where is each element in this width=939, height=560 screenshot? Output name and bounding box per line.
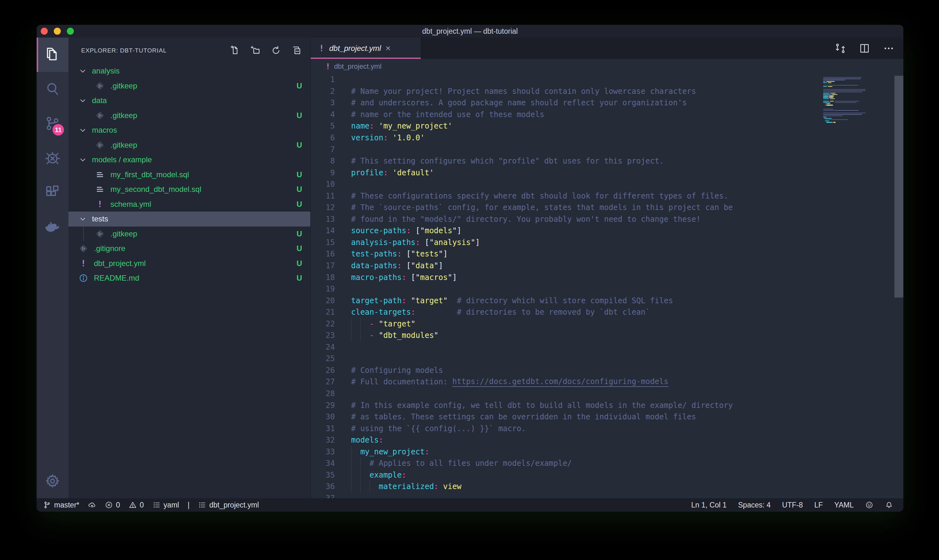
code-line-3: 3# and underscores. A good package name … (311, 97, 821, 109)
status-notifications[interactable] (885, 501, 893, 509)
minimap-line (823, 101, 829, 102)
code-line-19: 19 (311, 283, 821, 295)
minimize-window-button[interactable] (54, 28, 61, 35)
split-editor-button[interactable] (859, 43, 870, 54)
line-number: 21 (311, 308, 335, 317)
tree-item-dbt-project-yml[interactable]: !dbt_project.ymlU (68, 256, 310, 271)
status-sync-changes[interactable] (88, 501, 96, 509)
sql-file-icon (94, 185, 105, 194)
minimap-line (830, 103, 830, 104)
activity-item-run-debug[interactable] (37, 141, 68, 175)
search-icon (44, 80, 61, 98)
tree-item-label: analysis (92, 66, 120, 75)
line-number: 22 (311, 320, 335, 328)
tree-item-label: dbt_project.yml (94, 259, 146, 268)
status-yaml-file[interactable]: dbt_project.yml (198, 501, 259, 509)
tree-item-readme-md[interactable]: README.mdU (68, 271, 310, 286)
code-line-11: 11# These configurations specify where d… (311, 190, 821, 202)
explorer-header: EXPLORER: DBT-TUTORIAL (68, 37, 310, 64)
line-number: 20 (311, 296, 335, 305)
minimap-line (830, 97, 832, 97)
status-label: 0 (116, 501, 120, 509)
breadcrumb-item-filename[interactable]: dbt_project.yml (334, 62, 381, 71)
tree-item-my-second-dbt-model-sql[interactable]: my_second_dbt_model.sqlU (68, 182, 310, 197)
activity-item-source-control[interactable]: 11 (37, 106, 68, 141)
activity-item-settings[interactable] (37, 464, 68, 498)
status-separator: | (188, 501, 189, 509)
tree-indent-guide (83, 226, 84, 242)
activity-item-extensions[interactable] (37, 175, 68, 209)
tree-item-label: schema.yml (111, 200, 151, 209)
line-number: 7 (311, 145, 335, 154)
tree-item-label: .gitkeep (111, 82, 137, 90)
tree-item--gitkeep[interactable]: .gitkeepU (68, 78, 310, 94)
line-number: 15 (311, 238, 335, 247)
code-line-5: 5name: 'my_new_project' (311, 120, 821, 132)
minimap-line (823, 86, 827, 87)
minimap[interactable] (821, 76, 885, 177)
status-label: yaml (164, 501, 179, 509)
code-text: macro-paths: ["macros"] (351, 271, 457, 283)
tree-item--gitkeep[interactable]: .gitkeepU (68, 226, 310, 242)
code-editor[interactable]: 12# Name your project! Project names sho… (311, 74, 904, 498)
activity-item-explorer[interactable] (37, 37, 68, 72)
git-file-icon (94, 140, 105, 150)
minimap-line (836, 94, 837, 95)
status-language-mode[interactable]: YAML (834, 501, 854, 509)
more-actions-button[interactable] (883, 43, 894, 54)
title-bar: dbt_project.yml — dbt-tutorial (37, 25, 904, 37)
tab-dbt-project-yml[interactable]: ! dbt_project.yml × (311, 37, 421, 59)
code-line-20: 20target-path: "target" # directory whic… (311, 295, 821, 306)
tree-item-my-first-dbt-model-sql[interactable]: my_first_dbt_model.sqlU (68, 168, 310, 182)
tree-item-schema-yml[interactable]: !schema.ymlU (68, 197, 310, 212)
minimap-line (832, 122, 833, 123)
collapse-folders-button[interactable] (291, 45, 302, 56)
tree-item-analysis[interactable]: analysis (68, 64, 310, 78)
status-eol[interactable]: LF (814, 501, 823, 509)
close-tab-icon[interactable]: × (385, 44, 391, 53)
breadcrumbs[interactable]: ! dbt_project.yml (311, 59, 904, 74)
tree-item--gitkeep[interactable]: .gitkeepU (68, 138, 310, 153)
chevron-down-icon (78, 67, 88, 75)
activity-item-search[interactable] (37, 72, 68, 106)
tree-item--gitkeep[interactable]: .gitkeepU (68, 108, 310, 123)
run-debug-icon (44, 149, 61, 166)
status-errors[interactable]: 0 (105, 501, 120, 509)
minimap-line (823, 110, 834, 111)
status-cursor-position[interactable]: Ln 1, Col 1 (691, 501, 727, 509)
minimap-line (828, 97, 829, 97)
minimap-line (835, 101, 859, 102)
minimap-line (829, 98, 830, 99)
tree-item-models-example[interactable]: models / example (68, 152, 310, 168)
new-file-button[interactable] (229, 45, 240, 56)
smile-icon (865, 501, 873, 509)
refresh-button[interactable] (271, 45, 282, 56)
status-feedback[interactable] (865, 501, 873, 509)
code-text: # Full documentation: https://docs.getdb… (351, 376, 668, 388)
open-changes-button[interactable] (834, 43, 846, 54)
editor-group: ! dbt_project.yml × ! dbt_project.yml 12… (311, 37, 904, 498)
vertical-scrollbar-thumb[interactable] (894, 76, 904, 297)
activity-item-docker[interactable] (37, 209, 68, 244)
status-yaml-schema[interactable]: yaml (152, 501, 179, 509)
status-git-branch[interactable]: master* (43, 501, 79, 509)
tree-item-tests[interactable]: tests (68, 212, 310, 226)
minimap-line (823, 92, 862, 92)
code-line-6: 6version: '1.0.0' (311, 132, 821, 144)
code-line-36: 36 materialized: view (311, 481, 821, 492)
zoom-window-button[interactable] (67, 28, 74, 35)
close-window-button[interactable] (41, 28, 48, 35)
status-indentation[interactable]: Spaces: 4 (738, 501, 771, 509)
minimap-line (823, 80, 845, 80)
new-folder-button[interactable] (250, 45, 261, 56)
line-number: 5 (311, 122, 335, 131)
status-encoding[interactable]: UTF-8 (782, 501, 803, 509)
minimap-line (832, 105, 833, 105)
tree-item-macros[interactable]: macros (68, 123, 310, 138)
status-warnings[interactable]: 0 (129, 501, 144, 509)
tree-item-data[interactable]: data (68, 93, 310, 108)
tree-item--gitignore[interactable]: .gitignoreU (68, 241, 310, 256)
warn-icon (129, 501, 137, 509)
code-line-31: 31# using the `{{ config(...) }}` macro. (311, 423, 821, 434)
status-label: LF (814, 501, 823, 509)
